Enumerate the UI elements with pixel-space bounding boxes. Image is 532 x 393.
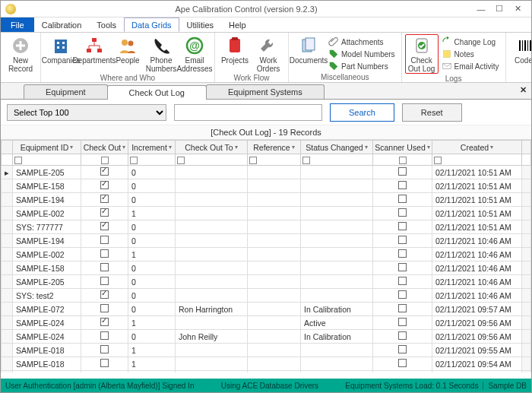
menu-data-grids[interactable]: Data Grids: [124, 17, 179, 32]
ribbon-phone[interactable]: Phone Numbers: [144, 34, 178, 73]
cell-check-out[interactable]: [81, 179, 128, 193]
minimize-button[interactable]: —: [472, 2, 490, 16]
ribbon-email[interactable]: @Email Addresses: [178, 34, 211, 73]
search-input[interactable]: [174, 104, 322, 121]
reset-button[interactable]: Reset: [402, 103, 462, 122]
tab-check-out-log[interactable]: Check Out Log: [107, 85, 207, 100]
cell-check-out[interactable]: [81, 166, 128, 179]
cell-scanner-used[interactable]: [373, 207, 432, 220]
cell-check-out[interactable]: [81, 303, 128, 316]
menu-tools[interactable]: Tools: [89, 17, 124, 32]
col-created[interactable]: Created▾: [432, 141, 522, 154]
tab-equipment-systems[interactable]: Equipment Systems: [206, 84, 325, 99]
close-window-button[interactable]: ✕: [508, 2, 527, 16]
menu-utilities[interactable]: Utilities: [179, 17, 221, 32]
col-increment[interactable]: Increment▾: [128, 141, 176, 154]
ribbon-email-activity[interactable]: Email Activity: [439, 60, 502, 72]
maximize-button[interactable]: ☐: [490, 2, 508, 16]
ribbon-check-out-log[interactable]: Check Out Log: [405, 34, 439, 74]
menu-help[interactable]: Help: [221, 17, 254, 32]
table-row[interactable]: SYS: test2002/11/2021 10:46 AM: [2, 289, 531, 303]
col-reference[interactable]: Reference▾: [248, 141, 301, 154]
table-row[interactable]: SYS: 777777002/11/2021 10:51 AM: [2, 220, 531, 234]
cell-check-out[interactable]: [81, 275, 128, 289]
cell-check-out[interactable]: [81, 207, 128, 220]
cell-check-out[interactable]: [81, 344, 128, 357]
table-row[interactable]: ▸SAMPLE-205002/11/2021 10:51 AM: [2, 166, 531, 179]
col-status-changed[interactable]: Status Changed▾: [301, 141, 373, 154]
cell-scanner-used[interactable]: [373, 371, 432, 373]
table-row[interactable]: SAMPLE-0720Ron HarringtonIn Calibration0…: [2, 303, 531, 316]
cell-check-out[interactable]: [81, 289, 128, 303]
ribbon-projects[interactable]: Projects: [218, 34, 252, 65]
cell-scanner-used[interactable]: [373, 289, 432, 303]
cell-scanner-used[interactable]: [373, 261, 432, 275]
cell-equipment-id: SAMPLE-018: [13, 357, 81, 371]
table-row[interactable]: SAMPLE-194002/11/2021 10:51 AM: [2, 193, 531, 207]
cell-check-out[interactable]: [81, 316, 128, 330]
cell-scanner-used[interactable]: [373, 248, 432, 261]
table-row[interactable]: SAMPLE-205002/11/2021 10:46 AM: [2, 275, 531, 289]
cell-check-out[interactable]: [81, 330, 128, 344]
ribbon-notes[interactable]: Notes: [439, 48, 502, 60]
cell-check-out[interactable]: [81, 261, 128, 275]
ribbon-documents[interactable]: Documents: [292, 34, 325, 65]
menu-calibration[interactable]: Calibration: [34, 17, 90, 32]
table-row[interactable]: SAMPLE-0240John ReillyIn Calibration02/1…: [2, 330, 531, 344]
table-row[interactable]: SAMPLE-158002/11/2021 10:46 AM: [2, 261, 531, 275]
ribbon-new-record[interactable]: New Record: [4, 34, 37, 73]
tab-equipment[interactable]: Equipment: [24, 84, 108, 99]
table-row[interactable]: SAMPLE-158002/11/2021 10:51 AM: [2, 179, 531, 193]
cell-check-out[interactable]: [81, 220, 128, 234]
ribbon-change-log-label: Change Log: [454, 38, 496, 46]
table-row[interactable]: SAMPLE-194002/11/2021 10:46 AM: [2, 234, 531, 248]
grid-filter-row[interactable]: [2, 154, 531, 166]
cell-scanner-used[interactable]: [373, 316, 432, 330]
ribbon-people[interactable]: People: [111, 34, 144, 65]
col-equipment-id[interactable]: Equipment ID▾: [13, 141, 81, 154]
cell-scanner-used[interactable]: [373, 357, 432, 371]
cell-check-out[interactable]: [81, 193, 128, 207]
search-button[interactable]: Search: [330, 103, 394, 122]
ribbon-model-numbers[interactable]: Model Numbers: [325, 48, 398, 60]
cell-scanner-used[interactable]: [373, 179, 432, 193]
ribbon-attachments[interactable]: Attachments: [325, 36, 398, 48]
table-row[interactable]: SAMPLE-0241Active02/11/2021 09:56 AM: [2, 316, 531, 330]
status-db: Sample DB: [483, 382, 527, 390]
cell-scanner-used[interactable]: [373, 330, 432, 344]
select-top-dropdown[interactable]: Select Top 100: [7, 104, 166, 121]
menu-file[interactable]: File: [1, 17, 34, 32]
cell-check-out[interactable]: [81, 248, 128, 261]
ribbon-departments[interactable]: Departments: [78, 34, 111, 65]
ribbon-codes[interactable]: Codes: [509, 34, 533, 65]
ribbon-change-log[interactable]: Change Log: [439, 36, 502, 48]
col-scanner-used[interactable]: Scanner Used▾: [373, 141, 432, 154]
cell-check-out[interactable]: [81, 234, 128, 248]
col-check-out[interactable]: Check Out▾: [81, 141, 128, 154]
cell-scanner-used[interactable]: [373, 344, 432, 357]
cell-scanner-used[interactable]: [373, 303, 432, 316]
cell-scanner-used[interactable]: [373, 275, 432, 289]
cell-reference: [248, 371, 301, 373]
ribbon-part-numbers[interactable]: Part Numbers: [325, 60, 398, 72]
table-row[interactable]: SAMPLE-002102/11/2021 10:46 AM: [2, 248, 531, 261]
ribbon-new-record-label: New Record: [8, 56, 33, 73]
cell-scanner-used[interactable]: [373, 193, 432, 207]
ribbon-work-orders[interactable]: Work Orders: [252, 34, 285, 73]
ribbon: New Record Companies Departments People …: [1, 33, 531, 83]
table-row[interactable]: SAMPLE-018102/11/2021 09:54 AM: [2, 357, 531, 371]
col-check-out-to[interactable]: Check Out To▾: [176, 141, 248, 154]
tab-close-button[interactable]: ✕: [520, 85, 527, 95]
cell-status-changed: Active: [301, 316, 373, 330]
cell-check-out[interactable]: [81, 371, 128, 373]
table-row[interactable]: SAMPLE-018102/11/2021 09:55 AM: [2, 344, 531, 357]
cell-scanner-used[interactable]: [373, 220, 432, 234]
cell-check-out-to: [176, 207, 248, 220]
cell-check-out[interactable]: [81, 357, 128, 371]
document-tabstrip: Equipment Check Out Log Equipment System…: [1, 83, 531, 100]
table-row[interactable]: SAMPLE-002102/11/2021 10:51 AM: [2, 207, 531, 220]
cell-scanner-used[interactable]: [373, 166, 432, 179]
table-row[interactable]: SAMPLE-009102/11/2021 09:54 AM: [2, 371, 531, 373]
cell-scanner-used[interactable]: [373, 234, 432, 248]
cell-increment: 0: [128, 166, 176, 179]
